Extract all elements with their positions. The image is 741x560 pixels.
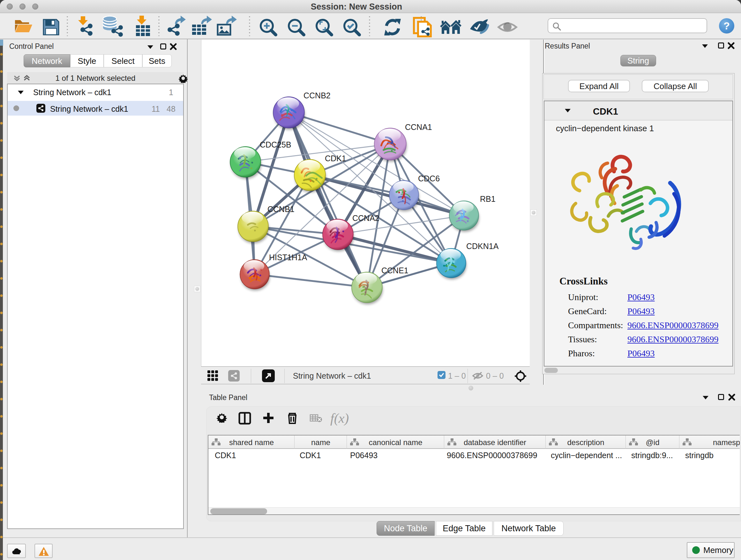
svg-text:CCNB1: CCNB1 <box>267 205 294 213</box>
svg-text:CDC6: CDC6 <box>418 174 440 183</box>
svg-text:CDK1: CDK1 <box>325 154 346 163</box>
svg-text:CCNB2: CCNB2 <box>304 91 331 100</box>
svg-text:CCNA2: CCNA2 <box>352 213 380 223</box>
svg-text:CDKN1A: CDKN1A <box>466 242 499 251</box>
svg-text:HIST1H1A: HIST1H1A <box>269 253 307 262</box>
svg-text:RB1: RB1 <box>480 194 495 203</box>
svg-text:CCNA1: CCNA1 <box>405 123 432 132</box>
svg-text:CCNE1: CCNE1 <box>381 266 408 275</box>
svg-text:CDC25B: CDC25B <box>260 140 291 149</box>
